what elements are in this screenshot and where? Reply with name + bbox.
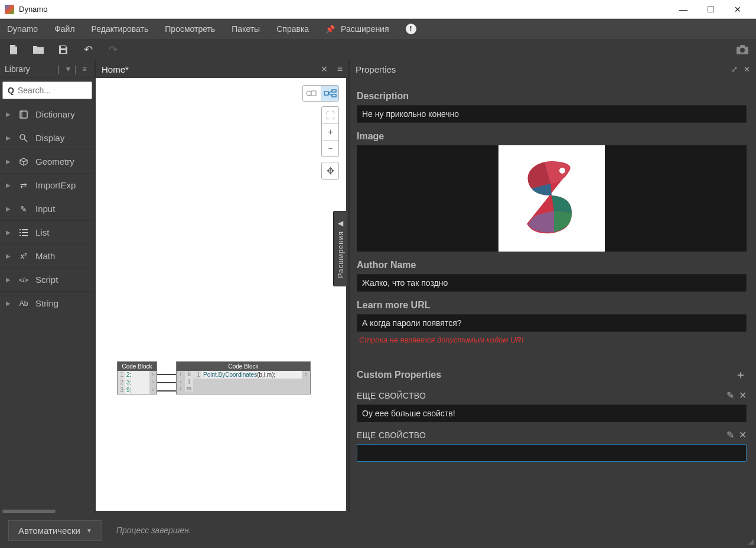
url-input[interactable] bbox=[357, 314, 747, 332]
hscroll-thumb[interactable] bbox=[2, 510, 56, 513]
author-input[interactable] bbox=[357, 274, 747, 292]
chevron-right-icon: ▶ bbox=[6, 111, 12, 118]
chevron-right-icon: ▶ bbox=[6, 206, 12, 212]
minimize-button[interactable]: — bbox=[670, 0, 697, 19]
lib-label: Dictionary bbox=[35, 109, 75, 119]
custom-prop-value-input[interactable] bbox=[357, 405, 747, 422]
properties-title: Properties bbox=[356, 64, 725, 74]
description-input[interactable] bbox=[357, 105, 747, 123]
lib-item-display[interactable]: ▶ Display bbox=[0, 126, 94, 150]
graph-canvas[interactable]: ⛶ ＋ － ✥ ◀ Расширения Code Block 12;› 23;… bbox=[96, 78, 346, 511]
menu-edit[interactable]: Редактировать bbox=[92, 24, 149, 34]
image-preview[interactable] bbox=[357, 145, 747, 252]
statusbar: Автоматически ▼ Процесс завершен. bbox=[0, 513, 756, 547]
url-label: Learn more URL bbox=[357, 300, 747, 311]
menu-dynamo[interactable]: Dynamo bbox=[7, 24, 38, 34]
svg-rect-17 bbox=[332, 90, 336, 92]
chevron-right-icon: ▶ bbox=[6, 182, 12, 188]
custom-prop-name: ЕЩЕ СВОЙСТВО bbox=[357, 391, 722, 400]
save-icon[interactable] bbox=[57, 43, 70, 56]
pin-icon: 📌 bbox=[325, 25, 335, 34]
run-mode-button[interactable]: Автоматически ▼ bbox=[8, 520, 102, 541]
menu-help[interactable]: Справка bbox=[276, 24, 309, 34]
workspace-menu-icon[interactable]: ≡ bbox=[337, 64, 343, 74]
menu-extensions[interactable]: Расширения bbox=[341, 24, 389, 34]
add-property-button[interactable]: ＋ bbox=[735, 367, 747, 383]
pan-button[interactable]: ✥ bbox=[321, 162, 339, 180]
lib-item-geometry[interactable]: ▶ Geometry bbox=[0, 150, 94, 174]
custom-property-row: ЕЩЕ СВОЙСТВО ✎ ✕ bbox=[357, 429, 747, 462]
workspace-tab[interactable]: Home* bbox=[102, 64, 316, 74]
svg-point-24 bbox=[559, 168, 565, 174]
library-title: Library bbox=[5, 64, 55, 74]
out-port[interactable]: › bbox=[149, 386, 157, 394]
node-codeblock-2[interactable]: Code Block › b 1 Point.ByCoordinates(b,i… bbox=[176, 361, 311, 394]
resize-grip[interactable]: ◢ bbox=[748, 537, 754, 546]
close-button[interactable]: ✕ bbox=[724, 0, 751, 19]
workspace-close-icon[interactable]: ✕ bbox=[321, 64, 328, 74]
lib-label: Geometry bbox=[35, 156, 74, 167]
math-icon: x² bbox=[18, 250, 30, 262]
text-icon: Ab bbox=[18, 298, 30, 309]
lib-item-list[interactable]: ▶ List bbox=[0, 221, 94, 244]
svg-rect-0 bbox=[61, 46, 66, 48]
redo-icon[interactable]: ↷ bbox=[106, 43, 119, 56]
new-file-icon[interactable] bbox=[7, 43, 20, 56]
maximize-button[interactable]: ☐ bbox=[697, 0, 724, 19]
camera-icon[interactable] bbox=[736, 43, 749, 56]
node-codeblock-1[interactable]: Code Block 12;› 23;› 39;› bbox=[117, 361, 157, 394]
delete-icon[interactable]: ✕ bbox=[739, 390, 747, 401]
magnifier-icon bbox=[18, 132, 30, 144]
zoom-out-button[interactable]: － bbox=[322, 140, 338, 156]
chevron-right-icon: ▶ bbox=[6, 276, 12, 283]
list-icon bbox=[18, 227, 30, 239]
lib-label: Display bbox=[35, 133, 64, 143]
library-search[interactable]: Q bbox=[2, 81, 92, 99]
node-header: Code Block bbox=[118, 362, 157, 371]
delete-icon[interactable]: ✕ bbox=[739, 429, 747, 441]
menu-view[interactable]: Просмотреть bbox=[165, 24, 215, 34]
titlebar: Dynamo — ☐ ✕ bbox=[0, 0, 756, 19]
library-header: Library | ▼ | ≡ bbox=[0, 60, 94, 78]
library-list: ▶ Dictionary ▶ Display ▶ Geometry ▶ ⇄ Im… bbox=[0, 103, 94, 507]
edit-icon[interactable]: ✎ bbox=[726, 429, 734, 441]
svg-line-19 bbox=[328, 91, 332, 93]
run-mode-label: Автоматически bbox=[18, 526, 80, 536]
pencil-icon: ✎ bbox=[18, 203, 30, 215]
info-icon[interactable]: ! bbox=[406, 24, 416, 34]
zoom-fit-button[interactable]: ⛶ bbox=[322, 107, 338, 123]
menu-file[interactable]: Файл bbox=[54, 24, 74, 34]
custom-prop-name: ЕЩЕ СВОЙСТВО bbox=[357, 430, 722, 440]
lib-item-math[interactable]: ▶ x² Math bbox=[0, 244, 94, 268]
custom-prop-value-input[interactable] bbox=[357, 444, 747, 462]
lib-item-string[interactable]: ▶ Ab String bbox=[0, 292, 94, 315]
svg-point-7 bbox=[20, 135, 25, 139]
book-icon bbox=[18, 109, 30, 120]
list-view-icon[interactable]: ≡ bbox=[79, 64, 90, 74]
svg-rect-18 bbox=[332, 94, 336, 97]
open-folder-icon[interactable] bbox=[32, 43, 45, 56]
out-port[interactable]: › bbox=[302, 371, 310, 379]
filter-icon[interactable]: ▼ bbox=[63, 64, 73, 74]
undock-icon[interactable]: ⤢ bbox=[731, 65, 738, 74]
view-3d-button[interactable] bbox=[303, 86, 321, 101]
extensions-drawer[interactable]: ◀ Расширения bbox=[333, 211, 347, 286]
lib-item-input[interactable]: ▶ ✎ Input bbox=[0, 197, 94, 221]
out-port[interactable]: › bbox=[149, 379, 157, 386]
lib-item-importexport[interactable]: ▶ ⇄ ImportExp bbox=[0, 174, 94, 197]
author-label: Author Name bbox=[357, 260, 747, 270]
view-graph-button[interactable] bbox=[321, 86, 338, 101]
out-port[interactable]: › bbox=[149, 371, 157, 379]
svg-rect-1 bbox=[61, 50, 66, 53]
undo-icon[interactable]: ↶ bbox=[82, 43, 94, 56]
svg-rect-16 bbox=[324, 92, 328, 95]
app-title: Dynamo bbox=[19, 5, 670, 14]
status-message: Процесс завершен. bbox=[116, 526, 191, 535]
zoom-in-button[interactable]: ＋ bbox=[322, 123, 338, 140]
lib-item-dictionary[interactable]: ▶ Dictionary bbox=[0, 103, 94, 126]
lib-item-script[interactable]: ▶ </> Script bbox=[0, 268, 94, 292]
edit-icon[interactable]: ✎ bbox=[726, 390, 734, 401]
canvas-tabs: Home* ✕ ≡ bbox=[96, 60, 348, 78]
menu-packages[interactable]: Пакеты bbox=[232, 24, 260, 34]
close-panel-icon[interactable]: ✕ bbox=[744, 65, 750, 74]
